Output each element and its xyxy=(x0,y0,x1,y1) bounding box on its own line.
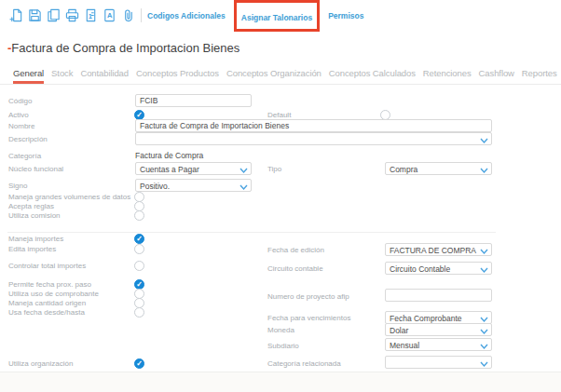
moneda-select[interactable]: Dolar xyxy=(385,323,492,336)
utiliza-uso-comprobante-label: Utiliza uso de comprobante xyxy=(8,290,99,298)
controlar-total-importes-label: Controlar total importes xyxy=(8,262,86,270)
fecha-para-vencimientos-value: Fecha Comprobante xyxy=(390,314,462,323)
utiliza-organizacion-checkbox[interactable] xyxy=(134,358,144,369)
tipo-value: Compra xyxy=(390,165,417,174)
fecha-edicion-label: Fecha de edición xyxy=(267,246,324,254)
chevron-down-icon xyxy=(480,266,488,274)
tab-cashflow[interactable]: Cashflow xyxy=(479,63,514,84)
page-title-text: Factura de Compra de Importacion Bienes xyxy=(11,41,239,55)
tab-contabilidad[interactable]: Contabilidad xyxy=(80,63,129,84)
codigo-label: Código xyxy=(8,97,32,105)
copy-icon[interactable] xyxy=(46,8,61,23)
asignar-talonarios-link[interactable]: Asignar Talonarios xyxy=(241,13,312,22)
chevron-down-icon xyxy=(480,167,488,174)
circuito-contable-label: Circuito contable xyxy=(267,264,323,273)
attachment-icon[interactable] xyxy=(120,8,135,23)
fecha-para-vencimientos-select[interactable]: Fecha Comprobante xyxy=(385,311,492,324)
toolbar: 1 A Codigos Adicionales Asignar Talonari… xyxy=(0,0,561,31)
utiliza-comision-label: Utiliza comision xyxy=(8,211,61,220)
chevron-down-icon xyxy=(480,360,488,368)
maneja-importes-checkbox[interactable] xyxy=(134,234,144,244)
codigo-input[interactable] xyxy=(135,94,252,107)
categoria-value: Factura de Compra xyxy=(135,151,203,160)
footer-bar xyxy=(0,372,561,392)
chevron-down-icon xyxy=(239,183,248,191)
signo-select[interactable]: Positivo. xyxy=(135,179,252,192)
codigos-adicionales-link[interactable]: Codigos Adicionales xyxy=(147,11,226,20)
section-divider xyxy=(7,232,496,233)
app-window: 1 A Codigos Adicionales Asignar Talonari… xyxy=(0,0,561,392)
chevron-down-icon xyxy=(480,328,488,335)
usa-fecha-desde-hasta-label: Usa fecha desde/hasta xyxy=(8,308,85,317)
nucleo-funcional-value: Cuentas a Pagar xyxy=(140,165,199,174)
save-icon[interactable] xyxy=(27,8,42,23)
activo-label: Activo xyxy=(8,111,29,119)
maneja-grandes-volumenes-label: Maneja grandes volumenes de datos xyxy=(8,193,130,201)
utiliza-organizacion-label: Utiliza organización xyxy=(8,359,73,368)
tab-conceptos-calculados[interactable]: Conceptos Calculados xyxy=(329,63,416,84)
nombre-label: Nombre xyxy=(8,122,34,130)
controlar-total-importes-checkbox[interactable] xyxy=(134,261,144,271)
maneja-cantidad-origen-label: Maneja cantidad origen xyxy=(8,299,86,307)
chevron-down-icon xyxy=(480,343,488,350)
tab-bar: General Stock Contabilidad Conceptos Pro… xyxy=(0,63,561,84)
tab-stock[interactable]: Stock xyxy=(51,63,73,84)
edita-importes-checkbox[interactable] xyxy=(134,244,144,254)
tab-reportes[interactable]: Reportes xyxy=(522,63,557,84)
text-document-icon[interactable]: A xyxy=(102,8,116,23)
numero-proyecto-afip-label: Numero de proyecto afip xyxy=(267,292,349,301)
tabs-underline xyxy=(0,84,561,85)
numero-proyecto-afip-input[interactable] xyxy=(385,289,492,302)
annotation-highlight-box: Asignar Talonarios xyxy=(234,0,320,32)
print-icon[interactable] xyxy=(64,8,79,23)
default-label: Default xyxy=(267,111,291,119)
fecha-edicion-value: FACTURA DE COMPRA xyxy=(390,246,476,255)
acepta-reglas-label: Acepta reglas xyxy=(8,202,54,210)
chevron-down-icon xyxy=(480,137,488,144)
tab-retenciones[interactable]: Retenciones xyxy=(423,63,472,84)
circuito-contable-select[interactable]: Circuito Contable xyxy=(385,262,492,275)
moneda-label: Moneda xyxy=(267,326,294,334)
tipo-select[interactable]: Compra xyxy=(385,162,492,175)
talonario-icon[interactable]: 1 xyxy=(83,8,98,23)
categoria-relacionada-label: Categoría relacionada xyxy=(267,359,341,368)
toolbar-icons: 1 A xyxy=(8,8,135,23)
chevron-down-icon xyxy=(239,167,248,174)
fecha-para-vencimientos-label: Fecha para vencimientos xyxy=(267,314,350,322)
circuito-contable-value: Circuito Contable xyxy=(390,264,450,274)
moneda-value: Dolar xyxy=(390,326,408,335)
usa-fecha-desde-hasta-checkbox[interactable] xyxy=(134,307,144,318)
signo-value: Positivo. xyxy=(140,182,170,191)
chevron-down-icon xyxy=(480,316,488,323)
maneja-importes-label: Maneja importes xyxy=(8,235,63,243)
subdiario-value: Mensual xyxy=(390,341,419,350)
descripcion-select[interactable] xyxy=(135,132,492,145)
nucleo-funcional-select[interactable]: Cuentas a Pagar xyxy=(135,162,252,175)
edita-importes-label: Edita importes xyxy=(8,245,56,253)
nombre-input[interactable] xyxy=(135,119,492,132)
subdiario-select[interactable]: Mensual xyxy=(385,338,492,351)
svg-text:1: 1 xyxy=(88,12,91,20)
permite-fecha-prox-paso-label: Permite fecha prox. paso xyxy=(8,280,91,289)
tipo-label: Tipo xyxy=(267,165,281,173)
descripcion-label: Descripción xyxy=(8,135,48,143)
tab-conceptos-organizacion[interactable]: Conceptos Organización xyxy=(226,63,322,84)
chevron-down-icon xyxy=(480,248,488,255)
svg-text:A: A xyxy=(106,11,112,20)
new-document-icon[interactable] xyxy=(8,8,23,23)
subdiario-label: Subdiario xyxy=(267,342,299,350)
utiliza-comision-checkbox[interactable] xyxy=(134,210,144,221)
tab-conceptos-productos[interactable]: Conceptos Productos xyxy=(136,63,219,84)
signo-label: Signo xyxy=(8,182,27,190)
tab-general[interactable]: General xyxy=(13,63,44,84)
toolbar-separator xyxy=(141,8,142,22)
nucleo-funcional-label: Núcleo funcional xyxy=(8,165,63,173)
fecha-edicion-select[interactable]: FACTURA DE COMPRA xyxy=(385,243,492,256)
page-title: -Factura de Compra de Importacion Bienes xyxy=(7,41,239,55)
categoria-label: Categoría xyxy=(8,152,41,160)
permisos-link[interactable]: Permisos xyxy=(328,11,363,20)
categoria-relacionada-select[interactable] xyxy=(385,356,492,369)
